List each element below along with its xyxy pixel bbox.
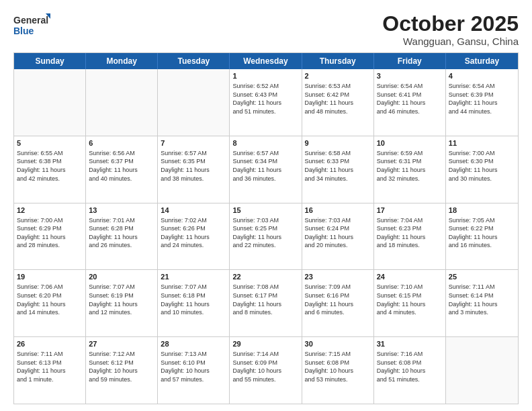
day-number: 16: [305, 205, 371, 216]
day-info: Sunrise: 6:57 AM Sunset: 6:35 PM Dayligh…: [161, 149, 226, 183]
day-cell-14: 14Sunrise: 7:02 AM Sunset: 6:26 PM Dayli…: [158, 203, 230, 270]
day-number: 3: [377, 71, 443, 81]
title-block: October 2025 Wangguan, Gansu, China: [382, 12, 519, 47]
day-cell-7: 7Sunrise: 6:57 AM Sunset: 6:35 PM Daylig…: [158, 136, 230, 203]
day-info: Sunrise: 7:03 AM Sunset: 6:24 PM Dayligh…: [305, 216, 371, 250]
day-info: Sunrise: 6:56 AM Sunset: 6:37 PM Dayligh…: [89, 149, 154, 183]
day-cell-2: 2Sunrise: 6:53 AM Sunset: 6:42 PM Daylig…: [302, 69, 374, 136]
header-day-saturday: Saturday: [446, 53, 518, 69]
header: General Blue October 2025 Wangguan, Gans…: [13, 12, 519, 47]
day-cell-6: 6Sunrise: 6:56 AM Sunset: 6:37 PM Daylig…: [86, 136, 158, 203]
day-info: Sunrise: 7:06 AM Sunset: 6:20 PM Dayligh…: [17, 283, 83, 316]
day-number: 8: [232, 138, 298, 148]
month-title: October 2025: [382, 12, 519, 36]
header-day-tuesday: Tuesday: [158, 53, 230, 69]
day-number: 7: [161, 138, 226, 148]
day-number: 21: [161, 272, 226, 282]
week-row-3: 12Sunrise: 7:00 AM Sunset: 6:29 PM Dayli…: [14, 203, 518, 271]
day-cell-22: 22Sunrise: 7:08 AM Sunset: 6:17 PM Dayli…: [230, 270, 302, 336]
day-info: Sunrise: 7:08 AM Sunset: 6:17 PM Dayligh…: [232, 283, 298, 316]
day-info: Sunrise: 6:54 AM Sunset: 6:39 PM Dayligh…: [449, 82, 515, 116]
header-day-monday: Monday: [86, 53, 158, 69]
day-cell-31: 31Sunrise: 7:16 AM Sunset: 6:08 PM Dayli…: [374, 337, 446, 404]
day-info: Sunrise: 6:58 AM Sunset: 6:33 PM Dayligh…: [305, 149, 371, 183]
day-info: Sunrise: 7:11 AM Sunset: 6:14 PM Dayligh…: [449, 283, 515, 316]
day-cell-20: 20Sunrise: 7:07 AM Sunset: 6:19 PM Dayli…: [86, 270, 158, 336]
day-info: Sunrise: 7:04 AM Sunset: 6:23 PM Dayligh…: [377, 216, 443, 250]
location-subtitle: Wangguan, Gansu, China: [382, 36, 519, 47]
week-row-2: 5Sunrise: 6:55 AM Sunset: 6:38 PM Daylig…: [14, 136, 518, 203]
empty-cell: [446, 337, 518, 404]
day-cell-25: 25Sunrise: 7:11 AM Sunset: 6:14 PM Dayli…: [446, 270, 518, 336]
day-info: Sunrise: 7:10 AM Sunset: 6:15 PM Dayligh…: [377, 283, 443, 316]
calendar-body: 1Sunrise: 6:52 AM Sunset: 6:43 PM Daylig…: [14, 69, 518, 404]
day-number: 13: [89, 205, 154, 216]
day-info: Sunrise: 7:09 AM Sunset: 6:16 PM Dayligh…: [305, 283, 371, 316]
calendar: SundayMondayTuesdayWednesdayThursdayFrid…: [13, 52, 519, 404]
empty-cell: [86, 69, 158, 136]
day-info: Sunrise: 7:00 AM Sunset: 6:30 PM Dayligh…: [449, 149, 515, 183]
day-cell-8: 8Sunrise: 6:57 AM Sunset: 6:34 PM Daylig…: [230, 136, 302, 203]
day-number: 29: [232, 339, 298, 349]
day-number: 24: [377, 272, 443, 282]
day-cell-5: 5Sunrise: 6:55 AM Sunset: 6:38 PM Daylig…: [14, 136, 86, 203]
day-number: 17: [377, 205, 443, 216]
page: General Blue October 2025 Wangguan, Gans…: [0, 0, 532, 411]
day-cell-15: 15Sunrise: 7:03 AM Sunset: 6:25 PM Dayli…: [230, 203, 302, 270]
day-info: Sunrise: 7:00 AM Sunset: 6:29 PM Dayligh…: [17, 216, 83, 250]
header-day-friday: Friday: [374, 53, 446, 69]
day-info: Sunrise: 6:59 AM Sunset: 6:31 PM Dayligh…: [377, 149, 443, 183]
header-day-wednesday: Wednesday: [230, 53, 302, 69]
day-cell-9: 9Sunrise: 6:58 AM Sunset: 6:33 PM Daylig…: [302, 136, 374, 203]
day-cell-21: 21Sunrise: 7:07 AM Sunset: 6:18 PM Dayli…: [158, 270, 230, 336]
day-number: 5: [17, 138, 83, 148]
logo-svg: General Blue: [13, 12, 50, 39]
day-number: 30: [305, 339, 371, 349]
day-cell-27: 27Sunrise: 7:12 AM Sunset: 6:12 PM Dayli…: [86, 337, 158, 404]
day-info: Sunrise: 6:54 AM Sunset: 6:41 PM Dayligh…: [377, 82, 443, 116]
day-cell-10: 10Sunrise: 6:59 AM Sunset: 6:31 PM Dayli…: [374, 136, 446, 203]
week-row-4: 19Sunrise: 7:06 AM Sunset: 6:20 PM Dayli…: [14, 270, 518, 337]
day-info: Sunrise: 7:14 AM Sunset: 6:09 PM Dayligh…: [232, 350, 298, 383]
day-number: 28: [161, 339, 226, 349]
day-info: Sunrise: 7:11 AM Sunset: 6:13 PM Dayligh…: [17, 350, 83, 383]
day-number: 18: [449, 205, 515, 216]
day-number: 10: [377, 138, 443, 148]
day-cell-13: 13Sunrise: 7:01 AM Sunset: 6:28 PM Dayli…: [86, 203, 158, 270]
day-number: 25: [449, 272, 515, 282]
day-info: Sunrise: 7:13 AM Sunset: 6:10 PM Dayligh…: [161, 350, 226, 383]
calendar-header: SundayMondayTuesdayWednesdayThursdayFrid…: [14, 53, 518, 69]
day-cell-28: 28Sunrise: 7:13 AM Sunset: 6:10 PM Dayli…: [158, 337, 230, 404]
day-number: 9: [305, 138, 371, 148]
day-cell-24: 24Sunrise: 7:10 AM Sunset: 6:15 PM Dayli…: [374, 270, 446, 336]
day-number: 23: [305, 272, 371, 282]
day-info: Sunrise: 7:16 AM Sunset: 6:08 PM Dayligh…: [377, 350, 443, 383]
day-info: Sunrise: 7:05 AM Sunset: 6:22 PM Dayligh…: [449, 216, 515, 250]
logo: General Blue: [13, 12, 50, 39]
day-info: Sunrise: 7:02 AM Sunset: 6:26 PM Dayligh…: [161, 216, 226, 250]
day-number: 22: [232, 272, 298, 282]
week-row-1: 1Sunrise: 6:52 AM Sunset: 6:43 PM Daylig…: [14, 69, 518, 136]
day-number: 6: [89, 138, 154, 148]
header-day-sunday: Sunday: [14, 53, 86, 69]
day-info: Sunrise: 7:12 AM Sunset: 6:12 PM Dayligh…: [89, 350, 154, 383]
day-cell-30: 30Sunrise: 7:15 AM Sunset: 6:08 PM Dayli…: [302, 337, 374, 404]
day-info: Sunrise: 6:53 AM Sunset: 6:42 PM Dayligh…: [305, 82, 371, 116]
day-info: Sunrise: 6:57 AM Sunset: 6:34 PM Dayligh…: [232, 149, 298, 183]
day-cell-18: 18Sunrise: 7:05 AM Sunset: 6:22 PM Dayli…: [446, 203, 518, 270]
day-number: 1: [232, 71, 298, 81]
empty-cell: [14, 69, 86, 136]
day-number: 4: [449, 71, 515, 81]
day-cell-3: 3Sunrise: 6:54 AM Sunset: 6:41 PM Daylig…: [374, 69, 446, 136]
day-info: Sunrise: 7:03 AM Sunset: 6:25 PM Dayligh…: [232, 216, 298, 250]
day-info: Sunrise: 6:55 AM Sunset: 6:38 PM Dayligh…: [17, 149, 83, 183]
day-cell-23: 23Sunrise: 7:09 AM Sunset: 6:16 PM Dayli…: [302, 270, 374, 336]
empty-cell: [158, 69, 230, 136]
day-number: 15: [232, 205, 298, 216]
day-number: 19: [17, 272, 83, 282]
svg-text:Blue: Blue: [13, 26, 34, 36]
day-number: 2: [305, 71, 371, 81]
day-number: 20: [89, 272, 154, 282]
day-number: 12: [17, 205, 83, 216]
svg-text:General: General: [13, 15, 48, 26]
